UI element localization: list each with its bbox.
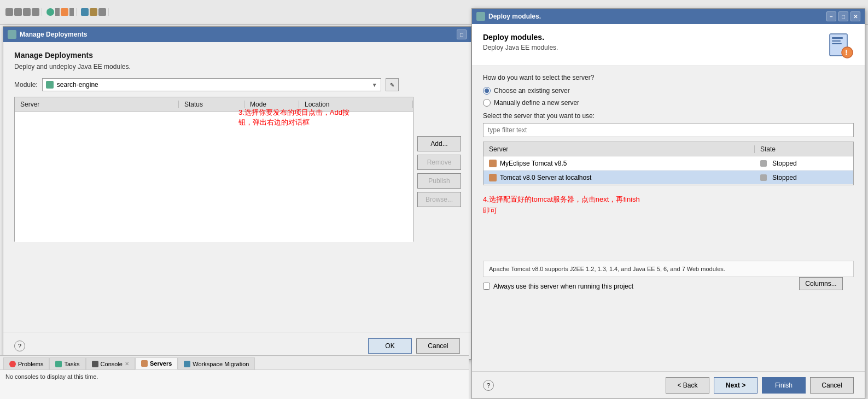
finish-button[interactable]: Finish (762, 377, 806, 394)
module-dropdown[interactable]: search-engine ▼ (42, 78, 381, 91)
server-table-header: Server State (483, 142, 853, 156)
tab-console-label: Console (101, 361, 123, 367)
deploy-dialog-close[interactable]: ✕ (850, 11, 860, 21)
deploy-cancel-button[interactable]: Cancel (810, 377, 854, 394)
deploy-modules-dialog: Deploy modules. − □ ✕ Deploy modules. De… (471, 8, 865, 399)
server-state-1: Stopped (755, 174, 853, 181)
server-state-text-0: Stopped (772, 160, 797, 167)
tasks-icon (55, 361, 62, 367)
toolbar-group-2 (44, 8, 77, 16)
radio-new-server[interactable] (483, 99, 491, 107)
console-close[interactable]: ✕ (125, 361, 129, 367)
dropdown-arrow (55, 8, 60, 16)
back-button[interactable]: < Back (666, 377, 709, 394)
bottom-tabs: Problems Tasks Console ✕ Servers Workspa… (0, 356, 469, 370)
remove-button[interactable]: Remove (417, 155, 461, 170)
deploy-subtitle: Deploy Java EE modules. (483, 44, 821, 51)
manage-subtitle: Deploy and undeploy Java EE modules. (14, 63, 460, 71)
stop-icon (61, 8, 68, 16)
module-dropdown-arrow: ▼ (372, 82, 377, 88)
svg-text:!: ! (845, 48, 848, 57)
browse-button[interactable]: Browse... (417, 192, 461, 207)
deploy-dialog-footer: ? < Back Next > Finish Cancel (472, 371, 865, 398)
deploy-help-icon[interactable]: ? (483, 380, 494, 391)
server-selection-question: How do you want to select the server? (483, 74, 854, 81)
manage-dialog-titlebar: Manage Deployments □ (3, 27, 471, 42)
server-row-0[interactable]: MyEclipse Tomcat v8.5 Stopped (483, 156, 853, 171)
servers-icon (141, 360, 148, 367)
toolbar-group-3 (79, 8, 109, 16)
manage-deployments-dialog: Manage Deployments □ Manage Deployments … (3, 26, 471, 360)
deploy-dialog-controls: − □ ✕ (826, 11, 860, 21)
manage-dialog-maximize[interactable]: □ (457, 30, 467, 39)
tab-servers[interactable]: Servers (135, 357, 178, 369)
radio-existing-row: Choose an existing server (483, 87, 854, 95)
console-icon (92, 361, 98, 367)
svg-rect-1 (832, 37, 843, 39)
module-label: Module: (14, 81, 38, 89)
table-body (15, 112, 413, 242)
tab-tasks[interactable]: Tasks (49, 357, 85, 369)
module-value: search-engine (57, 81, 369, 89)
module-edit-button[interactable]: ✎ (386, 78, 399, 91)
cancel-button[interactable]: Cancel (416, 338, 460, 354)
deploy-dialog-maximize[interactable]: □ (838, 11, 848, 21)
always-use-checkbox[interactable] (483, 283, 490, 290)
tool-icon-2 (90, 8, 97, 16)
deploy-body: How do you want to select the server? Ch… (472, 66, 865, 298)
server-filter-input[interactable] (483, 123, 854, 137)
server-row-1[interactable]: Tomcat v8.0 Server at localhost Stopped (483, 171, 853, 185)
status-area: Apache Tomcat v8.0 supports J2EE 1.2, 1.… (483, 261, 854, 277)
columns-button[interactable]: Columns... (799, 277, 843, 290)
deploy-dialog-minimize[interactable]: − (826, 11, 836, 21)
next-button[interactable]: Next > (714, 377, 758, 394)
help-icon[interactable]: ? (14, 341, 25, 351)
server-col-state: State (755, 145, 853, 153)
radio-existing-server[interactable] (483, 87, 491, 95)
toolbar-icon-1 (5, 8, 13, 16)
manage-dialog-title: Manage Deployments (20, 31, 87, 38)
tab-tasks-label: Tasks (64, 361, 79, 367)
toolbar-icon-2 (14, 8, 22, 16)
server-select-label: Select the server that you want to use: (483, 112, 854, 120)
deploy-dialog-icon (476, 12, 485, 21)
deploy-dialog-title: Deploy modules. (488, 13, 541, 20)
deploy-dialog-titlebar: Deploy modules. − □ ✕ (472, 9, 865, 24)
bottom-content: No consoles to display at this time. (0, 370, 469, 383)
always-use-checkbox-row: Always use this server when running this… (483, 283, 854, 290)
manage-dialog-body: Manage Deployments Deploy and undeploy J… (3, 42, 471, 256)
console-message: No consoles to display at this time. (5, 373, 98, 380)
tool-icon-3 (98, 8, 106, 16)
run-icon (46, 8, 54, 16)
tool-icon-1 (81, 8, 89, 16)
svg-rect-3 (832, 43, 842, 44)
server-table: Server State MyEclipse Tomcat v8.5 Stopp… (483, 142, 854, 185)
toolbar-group-1 (3, 8, 42, 16)
col-mode: Mode (244, 101, 299, 108)
col-server: Server (15, 101, 179, 108)
module-row: Module: search-engine ▼ ✎ (14, 78, 460, 91)
migration-icon (184, 361, 190, 367)
tab-workspace-migration[interactable]: Workspace Migration (178, 357, 255, 369)
col-status: Status (179, 101, 244, 108)
tab-console[interactable]: Console ✕ (86, 357, 135, 369)
server-col-server: Server (483, 145, 755, 153)
tab-migration-label: Workspace Migration (193, 361, 249, 367)
status-description: Apache Tomcat v8.0 supports J2EE 1.2, 1.… (483, 261, 854, 277)
manage-heading: Manage Deployments (14, 51, 460, 60)
tab-problems[interactable]: Problems (3, 357, 49, 369)
server-icon-0 (489, 160, 497, 167)
svg-rect-2 (832, 40, 841, 42)
server-name-0: MyEclipse Tomcat v8.5 (483, 160, 755, 167)
toolbar-icon-3 (23, 8, 31, 16)
manage-dialog-controls: □ (457, 30, 467, 39)
annotation-step4: 4.选择配置好的tomcat服务器，点击next，再finish即可 (483, 194, 854, 217)
add-button[interactable]: Add... (417, 136, 461, 151)
radio-existing-label: Choose an existing server (494, 87, 570, 95)
manage-dialog-icon (8, 30, 16, 39)
server-name-text-0: MyEclipse Tomcat v8.5 (500, 160, 567, 167)
state-icon-0 (760, 160, 767, 167)
right-action-buttons: Add... Remove Publish Browse... (417, 136, 461, 207)
ok-button[interactable]: OK (368, 338, 412, 354)
publish-button[interactable]: Publish (417, 173, 461, 189)
